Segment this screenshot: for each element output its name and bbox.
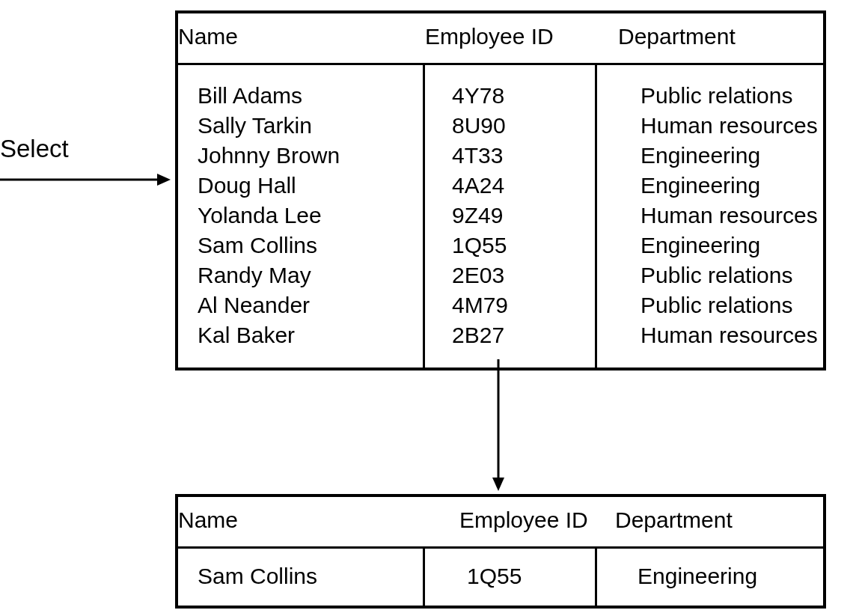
table-row: Bill Adams [198,82,423,112]
table-row: Engineering [641,231,823,261]
result-cell-dept: Engineering [597,549,823,606]
table-row: Sam Collins [198,231,423,261]
result-cell-name: Sam Collins [178,549,425,606]
result-row: Sam Collins 1Q55 Engineering [178,549,823,606]
table-row: 2B27 [452,321,595,351]
source-col-name: Bill Adams Sally Tarkin Johnny Brown Dou… [178,65,425,368]
table-row: Kal Baker [198,321,423,351]
svg-marker-1 [157,174,171,186]
table-row: 9Z49 [452,201,595,231]
source-table: Name Employee ID Department Bill Adams S… [175,10,826,370]
table-row: Human resources [641,112,823,141]
table-row: 8U90 [452,112,595,141]
table-row: 4Y78 [452,82,595,112]
table-row: 1Q55 [452,231,595,261]
svg-marker-3 [492,478,504,491]
table-row: 4M79 [452,291,595,321]
table-row: 4A24 [452,171,595,201]
table-row: Human resources [641,321,823,351]
table-row: Johnny Brown [198,141,423,171]
result-cell-id: 1Q55 [425,549,597,606]
select-operation-label: Select [0,135,69,163]
source-table-header: Name Employee ID Department [178,13,823,65]
result-header-dept: Department [597,497,823,546]
table-row: Engineering [641,171,823,201]
source-header-name: Name [178,13,425,63]
source-table-body: Bill Adams Sally Tarkin Johnny Brown Dou… [178,65,823,368]
table-row: Sally Tarkin [198,112,423,141]
table-row: Yolanda Lee [198,201,423,231]
result-header-id: Employee ID [425,497,597,546]
table-row: Engineering [641,141,823,171]
table-row: Public relations [641,261,823,291]
table-row: 2E03 [452,261,595,291]
select-arrow-icon [0,172,172,187]
table-row: 4T33 [452,141,595,171]
table-row: Public relations [641,82,823,112]
source-header-dept: Department [597,13,823,63]
source-header-id: Employee ID [425,13,597,63]
table-row: Doug Hall [198,171,423,201]
result-arrow-icon [491,359,506,491]
result-header-name: Name [178,497,425,546]
table-row: Human resources [641,201,823,231]
source-col-dept: Public relations Human resources Enginee… [597,65,823,368]
table-row: Randy May [198,261,423,291]
table-row: Public relations [641,291,823,321]
result-table-header: Name Employee ID Department [178,497,823,549]
source-col-id: 4Y78 8U90 4T33 4A24 9Z49 1Q55 2E03 4M79 … [425,65,597,368]
result-table: Name Employee ID Department Sam Collins … [175,494,826,609]
table-row: Al Neander [198,291,423,321]
